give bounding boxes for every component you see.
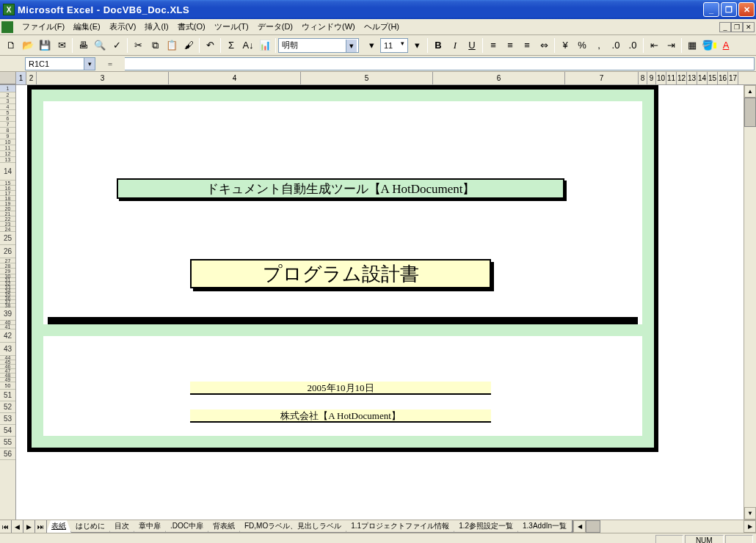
row-header-26[interactable]: 26 xyxy=(0,245,15,258)
horizontal-scrollbar[interactable]: ◀ ▶ xyxy=(572,520,756,533)
sheet-tab[interactable]: 章中扉 xyxy=(134,520,166,533)
row-header-10[interactable]: 10 xyxy=(0,139,15,145)
row-header-8[interactable]: 8 xyxy=(0,128,15,134)
comma-icon[interactable]: , xyxy=(591,37,607,54)
mdi-close-button[interactable]: ✕ xyxy=(743,22,755,32)
sheet-tab[interactable]: 1.3AddIn一覧 xyxy=(517,520,572,533)
row-header-53[interactable]: 53 xyxy=(0,413,15,425)
tab-nav-first[interactable]: ⏮ xyxy=(0,520,12,533)
col-header-2[interactable]: 2 xyxy=(26,72,37,84)
sheet-tab[interactable]: 1.2参照設定一覧 xyxy=(454,520,518,533)
sheet-tab[interactable]: 目次 xyxy=(109,520,134,533)
autosum-icon[interactable]: Σ xyxy=(223,37,239,54)
row-header-43[interactable]: 43 xyxy=(0,343,15,356)
col-header-3[interactable]: 3 xyxy=(37,72,169,84)
col-header-1[interactable]: 1 xyxy=(16,72,26,84)
row-header-28[interactable]: 28 xyxy=(0,263,15,269)
font-size-dropdown-arrow[interactable]: ▾ xyxy=(363,37,379,54)
sheet-tab[interactable]: 背表紙 xyxy=(208,520,240,533)
mdi-minimize-button[interactable]: _ xyxy=(719,22,731,32)
font-color-icon[interactable]: A xyxy=(718,37,734,54)
scroll-left-arrow[interactable]: ◀ xyxy=(573,520,586,533)
borders-icon[interactable]: ▦ xyxy=(684,37,700,54)
fill-color-icon[interactable]: 🪣 xyxy=(701,37,717,54)
col-header-13[interactable]: 13 xyxy=(687,72,697,84)
col-header-15[interactable]: 15 xyxy=(708,72,718,84)
row-header-21[interactable]: 21 xyxy=(0,211,15,216)
row-header-20[interactable]: 20 xyxy=(0,206,15,211)
decrease-indent-icon[interactable]: ⇤ xyxy=(646,37,662,54)
row-header-7[interactable]: 7 xyxy=(0,122,15,128)
menu-format[interactable]: 書式(O) xyxy=(173,20,210,34)
row-header-23[interactable]: 23 xyxy=(0,222,15,227)
bold-button[interactable]: B xyxy=(430,37,446,54)
row-header-42[interactable]: 42 xyxy=(0,329,15,343)
col-header-8[interactable]: 8 xyxy=(639,72,647,84)
row-header-55[interactable]: 55 xyxy=(0,437,15,448)
menu-help[interactable]: ヘルプ(H) xyxy=(360,20,404,34)
row-header-51[interactable]: 51 xyxy=(0,390,15,401)
sheet-tab[interactable]: .DOC中扉 xyxy=(165,520,208,533)
font-name-select[interactable]: 明朝 xyxy=(278,38,359,53)
format-painter-icon[interactable]: 🖌 xyxy=(181,37,197,54)
cells-viewport[interactable]: ドキュメント自動生成ツール【A HotDocument】 プログラム設計書 20… xyxy=(16,85,744,520)
row-header-19[interactable]: 19 xyxy=(0,201,15,206)
col-header-12[interactable]: 12 xyxy=(677,72,687,84)
col-header-6[interactable]: 6 xyxy=(433,72,565,84)
menu-tools[interactable]: ツール(T) xyxy=(210,20,253,34)
menu-file[interactable]: ファイル(F) xyxy=(18,20,69,34)
copy-icon[interactable]: ⧉ xyxy=(147,37,163,54)
menu-data[interactable]: データ(D) xyxy=(253,20,297,34)
scroll-right-arrow[interactable]: ▶ xyxy=(744,520,756,533)
save-icon[interactable]: 💾 xyxy=(37,37,53,54)
spellcheck-icon[interactable]: ✓ xyxy=(109,37,125,54)
menu-edit[interactable]: 編集(E) xyxy=(69,20,105,34)
col-header-5[interactable]: 5 xyxy=(301,72,433,84)
menu-view[interactable]: 表示(V) xyxy=(105,20,141,34)
align-right-icon[interactable]: ≡ xyxy=(519,37,535,54)
hscroll-thumb[interactable] xyxy=(586,520,600,533)
sort-asc-icon[interactable]: A↓ xyxy=(240,37,256,54)
col-header-14[interactable]: 14 xyxy=(697,72,708,84)
align-center-icon[interactable]: ≡ xyxy=(502,37,518,54)
row-header-12[interactable]: 12 xyxy=(0,151,15,157)
row-header-18[interactable]: 18 xyxy=(0,196,15,201)
undo-icon[interactable]: ↶ xyxy=(202,37,218,54)
increase-indent-icon[interactable]: ⇥ xyxy=(663,37,679,54)
row-header-15[interactable]: 15 xyxy=(0,181,15,186)
row-header-1[interactable]: 1 xyxy=(0,85,15,92)
col-header-11[interactable]: 11 xyxy=(666,72,677,84)
select-all-corner[interactable] xyxy=(0,72,16,84)
print-icon[interactable]: 🖶 xyxy=(75,37,91,54)
row-header-27[interactable]: 27 xyxy=(0,258,15,263)
sheet-tab[interactable]: FD,MOラベル、見出しラベル xyxy=(239,520,346,533)
row-header-11[interactable]: 11 xyxy=(0,145,15,151)
currency-icon[interactable]: ¥ xyxy=(557,37,573,54)
row-header-6[interactable]: 6 xyxy=(0,116,15,122)
menu-window[interactable]: ウィンドウ(W) xyxy=(297,20,360,34)
row-header-3[interactable]: 3 xyxy=(0,98,15,104)
row-header-2[interactable]: 2 xyxy=(0,92,15,98)
vscroll-thumb[interactable] xyxy=(744,98,756,127)
col-header-16[interactable]: 16 xyxy=(718,72,728,84)
row-header-39[interactable]: 39 xyxy=(0,307,15,321)
scroll-down-arrow[interactable]: ▼ xyxy=(744,507,756,520)
col-header-10[interactable]: 10 xyxy=(656,72,666,84)
row-header-22[interactable]: 22 xyxy=(0,216,15,222)
sheet-tab[interactable]: 1.1プロジェクトファイル情報 xyxy=(346,520,454,533)
font-size-select[interactable]: 11 xyxy=(380,38,408,53)
font-size-dropdown2[interactable]: ▾ xyxy=(409,37,425,54)
row-header-54[interactable]: 54 xyxy=(0,425,15,437)
row-header-16[interactable]: 16 xyxy=(0,186,15,191)
tab-nav-prev[interactable]: ◀ xyxy=(12,520,23,533)
col-header-9[interactable]: 9 xyxy=(647,72,656,84)
chart-icon[interactable]: 📊 xyxy=(257,37,273,54)
row-header-13[interactable]: 13 xyxy=(0,157,15,163)
mdi-restore-button[interactable]: ❐ xyxy=(731,22,743,32)
open-file-icon[interactable]: 📂 xyxy=(20,37,36,54)
paste-icon[interactable]: 📋 xyxy=(164,37,180,54)
tab-nav-next[interactable]: ▶ xyxy=(23,520,35,533)
row-header-56[interactable]: 56 xyxy=(0,448,15,460)
row-header-4[interactable]: 4 xyxy=(0,104,15,110)
row-header-17[interactable]: 17 xyxy=(0,191,15,196)
